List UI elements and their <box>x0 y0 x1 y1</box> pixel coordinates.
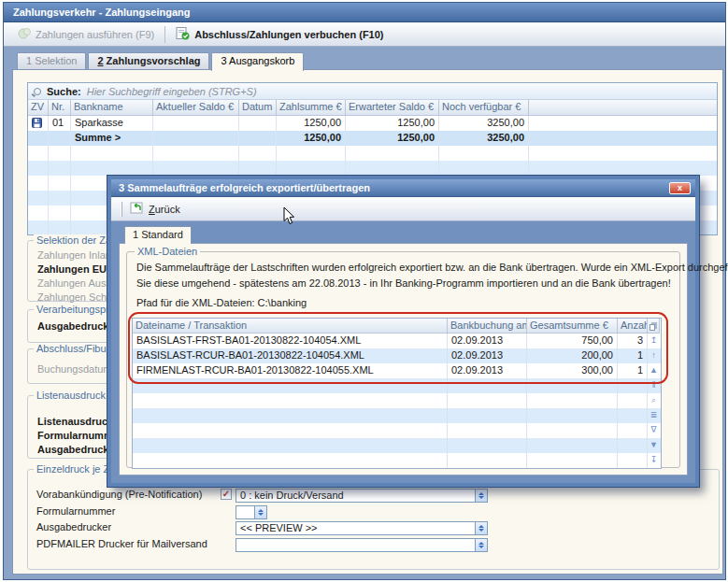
form-label: Formularnummer <box>36 505 115 517</box>
form-row: PDFMAILER Drucker für Mailversand <box>13 538 706 552</box>
xml-file-row[interactable]: FIRMENLAST-RCUR-BA01-20130822-104055.XML… <box>133 363 661 378</box>
copy-grid-icon[interactable] <box>648 319 660 334</box>
form-row: Formularnummer <box>13 505 706 519</box>
filter-icon[interactable]: ∇ <box>648 423 660 438</box>
empty-row: ≣ <box>133 408 661 423</box>
empty-row <box>28 146 717 161</box>
empty-row <box>28 161 717 176</box>
xml-file-row[interactable]: BASISLAST-FRST-BA01-20130822-104054.XML0… <box>133 334 661 348</box>
dialog-titlebar: 3 Sammelaufträge erfolgreich exportiert/… <box>111 179 695 197</box>
xml-files-groupbox: XML-Dateien Die Sammelaufträge der Lasts… <box>126 251 680 468</box>
fit-columns-icon[interactable]: ‖ <box>648 378 660 393</box>
search-icon <box>34 88 41 95</box>
close-icon[interactable]: x <box>669 182 691 194</box>
bank-grid-header: ZVNr.BanknameAktueller Saldo €DatumZahls… <box>28 100 717 116</box>
main-tabstrip: 1 Selektion 2 Zahlungsvorschlag 3 Ausgan… <box>17 52 306 70</box>
form-label: Vorabankündigung (Pre-Notification) <box>36 489 202 500</box>
form-label: Ausgabedrucker <box>36 521 111 532</box>
dialog-title: 3 Sammelaufträge erfolgreich exportiert/… <box>119 182 370 193</box>
mouse-cursor <box>283 206 295 227</box>
post-payments-icon <box>176 27 190 42</box>
form-combo[interactable] <box>236 538 488 552</box>
column-header[interactable]: Erwarteter Saldo € <box>346 100 439 116</box>
export-message-line2: Sie diese umgehend - spätestens am 22.08… <box>136 277 671 289</box>
column-header[interactable]: Zahlsumme € <box>277 100 346 116</box>
tab-ausgangskorb[interactable]: 3 Ausgangskorb <box>211 52 304 71</box>
table-row[interactable]: 01Sparkasse1250,001250,003250,00 <box>28 116 717 131</box>
column-header[interactable]: Gesamtsumme € <box>527 319 618 334</box>
scroll-top-icon[interactable]: ↥ <box>648 334 660 348</box>
spinner-icon[interactable] <box>475 490 487 502</box>
form-combo[interactable]: << PREVIEW >> <box>236 521 488 535</box>
standard-panel: XML-Dateien Die Sammelaufträge der Lasts… <box>119 243 688 476</box>
column-header-filler <box>529 100 717 116</box>
pre-notification-checkbox[interactable]: ✓ <box>221 489 232 500</box>
toolbar-separator <box>164 26 165 43</box>
spinner-icon[interactable] <box>254 506 266 518</box>
export-message-line1: Die Sammelaufträge der Lastschriften wur… <box>136 262 728 273</box>
summary-row: Summe >1250,001250,003250,00 <box>28 131 717 146</box>
xml-path-line: Pfad für die XML-Dateien: C:\banking <box>136 297 307 308</box>
form-row: Vorabankündigung (Pre-Notification)✓0 : … <box>13 489 706 503</box>
xml-files-table: Dateiname / TransaktionBankbuchung amGes… <box>132 318 662 469</box>
column-header[interactable]: Dateiname / Transaktion <box>133 319 448 334</box>
form-combo[interactable] <box>236 505 267 519</box>
tab-standard[interactable]: 1 Standard <box>124 226 192 244</box>
main-toolbar: Zahlungen ausführen (F9) Abschluss/Zahlu… <box>4 22 725 47</box>
column-header[interactable]: Nr. <box>49 100 71 116</box>
groupbox-legend: XML-Dateien <box>135 246 200 257</box>
back-icon <box>130 202 144 216</box>
execute-payments-icon <box>18 27 31 41</box>
form-row: Ausgabedrucker<< PREVIEW >> <box>13 521 706 535</box>
empty-row: ↧ <box>133 453 661 468</box>
dialog-body: 1 Standard XML-Dateien Die Sammelaufträg… <box>111 221 695 482</box>
column-header[interactable]: Bankname <box>71 100 153 116</box>
back-button[interactable]: Zurück <box>130 202 180 216</box>
tab-selektion[interactable]: 1 Selektion <box>17 52 86 69</box>
xml-file-row[interactable]: BASISLAST-RCUR-BA01-20130822-104054.XML0… <box>133 348 661 363</box>
xml-table-header: Dateiname / TransaktionBankbuchung amGes… <box>133 319 661 334</box>
column-header[interactable]: ZV <box>28 100 49 116</box>
empty-row: ⌕ <box>133 393 661 408</box>
search-bar[interactable]: Suche: Hier Suchbegriff eingeben (STRG+S… <box>28 83 717 100</box>
page-up-icon[interactable]: ▲ <box>648 363 660 378</box>
column-header[interactable]: Noch verfügbar € <box>439 100 529 116</box>
column-header[interactable]: Datum <box>239 100 277 116</box>
page-down-icon[interactable]: ▼ <box>648 438 660 453</box>
scroll-bottom-icon[interactable]: ↧ <box>648 453 660 468</box>
form-combo[interactable]: 0 : kein Druck/Versand <box>236 489 488 503</box>
row-up-icon[interactable]: ↑ <box>648 348 660 363</box>
column-header[interactable]: Bankbuchung am <box>448 319 527 334</box>
search-input[interactable]: Hier Suchbegriff eingeben (STRG+S) <box>87 86 257 97</box>
empty-row: ∇ <box>133 423 661 438</box>
dialog-toolbar: Zurück <box>111 197 695 221</box>
execute-payments-button[interactable]: Zahlungen ausführen (F9) <box>11 25 161 43</box>
empty-row: ‖ <box>133 378 661 393</box>
spinner-icon[interactable] <box>475 539 487 551</box>
form-label: PDFMAILER Drucker für Mailversand <box>36 538 207 549</box>
export-result-dialog: 3 Sammelaufträge erfolgreich exportiert/… <box>107 176 699 487</box>
column-header[interactable]: Anzahl <box>618 319 648 334</box>
summary-icon[interactable]: ≣ <box>648 408 660 423</box>
post-payments-button[interactable]: Abschluss/Zahlungen verbuchen (F10) <box>169 25 390 44</box>
column-header[interactable]: Aktueller Saldo € <box>153 100 239 116</box>
save-icon <box>28 116 49 131</box>
search-label: Suche: <box>47 86 81 97</box>
window-titlebar: Zahlungsverkehr - Zahlungseingang <box>4 3 725 22</box>
empty-row: ▼ <box>133 438 661 453</box>
toolbar-grip <box>121 202 122 217</box>
spinner-icon[interactable] <box>475 522 487 534</box>
search-icon[interactable]: ⌕ <box>648 393 660 408</box>
tab-zahlungsvorschlag[interactable]: 2 Zahlungsvorschlag <box>88 52 209 69</box>
window-title: Zahlungsverkehr - Zahlungseingang <box>13 7 190 18</box>
